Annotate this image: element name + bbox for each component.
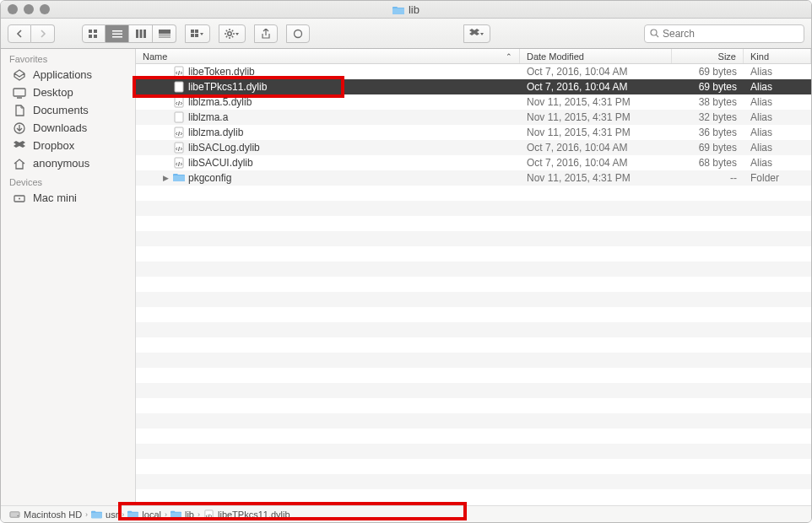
- kind-column-header[interactable]: Kind: [744, 49, 811, 63]
- file-kind: Alias: [744, 142, 811, 154]
- file-row[interactable]: libeToken.dylibOct 7, 2016, 10:04 AM69 b…: [136, 64, 811, 79]
- file-row[interactable]: libSACLog.dylibOct 7, 2016, 10:04 AM69 b…: [136, 140, 811, 155]
- file-row[interactable]: libSACUI.dylibOct 7, 2016, 10:04 AM68 by…: [136, 155, 811, 170]
- empty-row: [136, 429, 811, 444]
- file-size: 36 bytes: [672, 127, 744, 138]
- path-segment[interactable]: libeTPkcs11.dylib: [203, 510, 290, 520]
- file-name: liblzma.dylib: [188, 127, 243, 138]
- empty-row: [136, 307, 811, 322]
- sidebar-item-label: Applications: [33, 68, 92, 81]
- file-size: 69 bytes: [672, 81, 744, 93]
- close-button[interactable]: [8, 4, 18, 14]
- path-label: Macintosh HD: [24, 510, 82, 520]
- size-column-header[interactable]: Size: [672, 49, 744, 63]
- empty-row: [136, 413, 811, 429]
- svg-rect-2: [89, 35, 92, 38]
- path-segment[interactable]: Macintosh HD: [9, 510, 82, 520]
- file-date: Oct 7, 2016, 10:04 AM: [520, 157, 672, 169]
- column-headers: Name⌃ Date Modified Size Kind: [136, 49, 811, 64]
- dropbox-icon: [13, 140, 26, 152]
- back-button[interactable]: [8, 24, 31, 43]
- disk-icon: [9, 510, 20, 519]
- exec-icon: [173, 66, 185, 78]
- file-row[interactable]: liblzma.5.dylibNov 11, 2015, 4:31 PM38 b…: [136, 94, 811, 110]
- svg-rect-8: [139, 30, 142, 38]
- tags-button[interactable]: [286, 24, 310, 43]
- forward-button[interactable]: [31, 24, 55, 43]
- file-date: Nov 11, 2015, 4:31 PM: [520, 127, 672, 138]
- svg-rect-12: [159, 36, 171, 37]
- empty-row: [136, 231, 811, 246]
- folder-icon: [127, 510, 138, 519]
- arrange-button[interactable]: [185, 24, 210, 43]
- chevron-right-icon: ›: [198, 510, 200, 519]
- file-name: liblzma.5.dylib: [188, 96, 252, 108]
- empty-row: [136, 186, 811, 201]
- svg-rect-0: [89, 30, 92, 33]
- sidebar-item-anonymous[interactable]: anonymous: [1, 154, 135, 172]
- file-date: Nov 11, 2015, 4:31 PM: [520, 96, 672, 108]
- dropbox-button[interactable]: [463, 24, 490, 43]
- zoom-button[interactable]: [40, 4, 50, 14]
- window-title: lib: [409, 3, 420, 16]
- search-field[interactable]: [644, 24, 804, 43]
- sidebar-item-desktop[interactable]: Desktop: [1, 84, 135, 101]
- path-segment[interactable]: local: [127, 510, 161, 520]
- exec-icon: [173, 81, 185, 93]
- path-segment[interactable]: usr: [91, 510, 118, 520]
- svg-rect-10: [159, 30, 171, 34]
- file-kind: Alias: [744, 127, 811, 138]
- sidebar-item-label: Documents: [33, 104, 89, 116]
- exec-icon: [173, 96, 185, 108]
- action-button[interactable]: [219, 24, 246, 43]
- computer-icon: [13, 192, 26, 204]
- path-segment[interactable]: lib: [171, 510, 194, 520]
- nav-buttons: [8, 24, 55, 43]
- file-date: Oct 7, 2016, 10:04 AM: [520, 81, 672, 93]
- empty-row: [136, 201, 811, 216]
- empty-row: [136, 353, 811, 368]
- disclosure-triangle[interactable]: ▶: [161, 174, 170, 182]
- empty-row: [136, 337, 811, 353]
- sort-ascending-icon: ⌃: [506, 52, 512, 61]
- minimize-button[interactable]: [24, 4, 34, 14]
- name-column-header[interactable]: Name⌃: [136, 49, 520, 63]
- share-button[interactable]: [254, 24, 278, 43]
- svg-rect-15: [191, 34, 194, 37]
- sidebar-item-applications[interactable]: Applications: [1, 66, 135, 84]
- icon-view-button[interactable]: [82, 24, 106, 43]
- search-input[interactable]: [663, 28, 798, 40]
- path-bar: Macintosh HD›usr›local›lib›libeTPkcs11.d…: [1, 505, 811, 522]
- file-size: --: [672, 172, 744, 184]
- column-view-button[interactable]: [129, 24, 153, 43]
- search-icon: [650, 29, 659, 38]
- file-row[interactable]: liblzma.aNov 11, 2015, 4:31 PM32 bytesAl…: [136, 110, 811, 125]
- folder-icon: [91, 510, 102, 519]
- svg-point-19: [651, 30, 657, 35]
- exec-icon: [173, 157, 185, 169]
- file-row[interactable]: ▶pkgconfigNov 11, 2015, 4:31 PM--Folder: [136, 170, 811, 186]
- file-row[interactable]: libeTPkcs11.dylibOct 7, 2016, 10:04 AM69…: [136, 79, 811, 94]
- path-label: lib: [185, 510, 194, 520]
- sidebar-item-label: anonymous: [33, 157, 89, 170]
- desktop-icon: [13, 87, 26, 99]
- sidebar-item-downloads[interactable]: Downloads: [1, 119, 135, 137]
- empty-row: [136, 459, 811, 474]
- file-size: 68 bytes: [672, 157, 744, 169]
- empty-row: [136, 444, 811, 459]
- exec-icon: [203, 510, 214, 519]
- empty-row: [136, 383, 811, 398]
- list-view-button[interactable]: [106, 24, 129, 43]
- coverflow-view-button[interactable]: [153, 24, 176, 43]
- date-column-header[interactable]: Date Modified: [520, 49, 672, 63]
- sidebar-item-dropbox[interactable]: Dropbox: [1, 137, 135, 154]
- empty-row: [136, 398, 811, 413]
- file-kind: Folder: [744, 172, 811, 184]
- sidebar-item-documents[interactable]: Documents: [1, 101, 135, 119]
- file-date: Oct 7, 2016, 10:04 AM: [520, 142, 672, 154]
- applications-icon: [13, 69, 26, 81]
- file-row[interactable]: liblzma.dylibNov 11, 2015, 4:31 PM36 byt…: [136, 125, 811, 140]
- empty-row: [136, 474, 811, 489]
- sidebar-item-mac-mini[interactable]: Mac mini: [1, 189, 135, 207]
- svg-rect-14: [195, 30, 198, 33]
